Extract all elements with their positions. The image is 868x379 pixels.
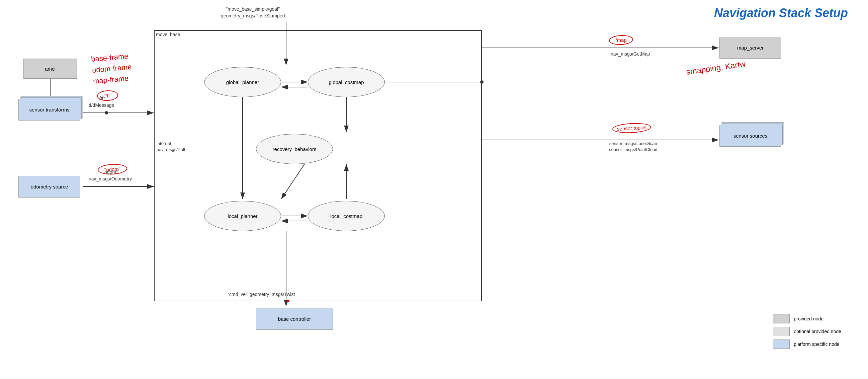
map-server-box: map_server — [719, 37, 781, 59]
red-dot — [287, 300, 289, 302]
move-base-label: move_base — [156, 31, 180, 38]
page-title: Navigation Stack Setup — [714, 6, 848, 20]
recovery-behaviors-node: recovery_behaviors — [256, 134, 333, 164]
legend-optional-label: optional provided node — [794, 329, 841, 334]
diagram-container: Navigation Stack Setup — [0, 0, 868, 379]
legend: provided node optional provided node pla… — [773, 314, 841, 352]
goal-topic-label: "move_base_simple/goal" geometry_msgs/Po… — [221, 6, 285, 19]
map-topic-label: "/map" — [609, 34, 633, 46]
legend-platform-node: platform specific node — [773, 340, 841, 349]
move-base-box — [154, 30, 482, 301]
svg-point-5 — [105, 111, 108, 115]
map-type-label: nav_msgs/GetMap — [611, 51, 650, 58]
global-costmap-node: global_costmap — [308, 67, 385, 97]
global-planner-node: global_planner — [204, 67, 281, 97]
sensor-types-label: sensor_msgs/LaserScan sensor_msgs/PointC… — [609, 141, 657, 153]
local-costmap-node: local_costmap — [308, 201, 385, 231]
legend-optional-node: optional provided node — [773, 327, 841, 336]
handwritten-frames: base-frame odom-frame map-frame — [91, 50, 133, 87]
legend-optional-box — [773, 327, 790, 336]
sensor-topics-annotation: sensor topics — [612, 122, 651, 134]
legend-platform-box — [773, 340, 790, 349]
smapping-annotation: smapping. Kartw — [685, 58, 746, 78]
base-controller-box: base controller — [256, 308, 333, 330]
amcl-box: amcl — [24, 59, 77, 79]
legend-provided-node: provided node — [773, 314, 841, 323]
odometry-source-box: odometry source — [19, 176, 80, 198]
legend-platform-label: platform specific node — [794, 342, 839, 347]
internal-path-label: internal nav_msgs/Path — [157, 141, 187, 153]
local-planner-node: local_planner — [204, 201, 281, 231]
cmd-vel-label: "cmd_vel" geometry_msgs/Twist — [227, 291, 295, 298]
legend-provided-box — [773, 314, 790, 323]
legend-provided-label: provided node — [794, 316, 824, 321]
tf-circle: "/tf" — [97, 90, 119, 101]
